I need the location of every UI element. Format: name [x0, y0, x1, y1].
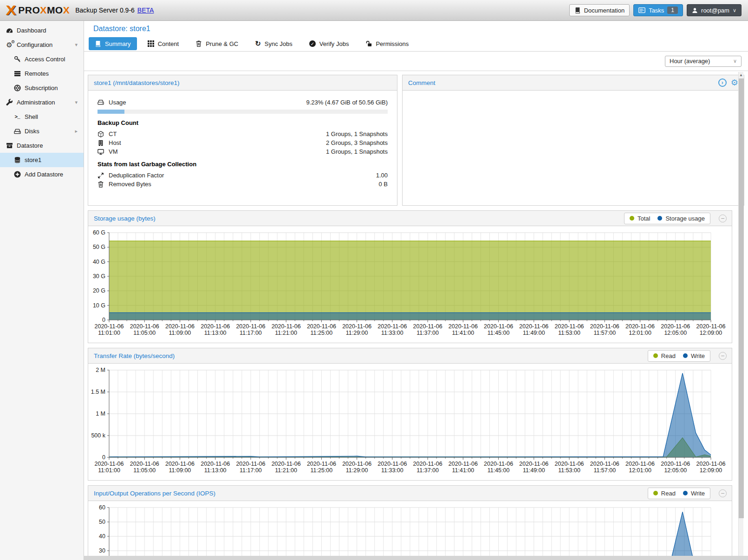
chart-title: Transfer Rate (bytes/second)	[94, 352, 175, 359]
svg-text:11:29:00: 11:29:00	[346, 330, 368, 336]
beta-link[interactable]: BETA	[137, 7, 154, 14]
sidebar-item-subscription[interactable]: Subscription	[0, 81, 84, 95]
chevron-down-icon: ∨	[733, 58, 737, 64]
product-name: Backup Server 0.9-6	[75, 7, 135, 14]
legend-item[interactable]: Write	[683, 490, 705, 497]
storage-usage-chart-panel: Storage usage (bytes) Total Storage usag…	[88, 210, 732, 343]
legend-item[interactable]: Storage usage	[657, 215, 705, 222]
row-label: CT	[109, 130, 117, 137]
legend-item[interactable]: Read	[653, 490, 676, 497]
sidebar-item-store1[interactable]: store1	[0, 153, 84, 167]
dashboard-icon	[5, 27, 14, 34]
legend-dot	[683, 491, 688, 495]
sidebar-item-label: Shell	[25, 113, 38, 120]
svg-text:11:17:00: 11:17:00	[240, 330, 262, 336]
chevron-down-icon[interactable]: ▾	[75, 99, 78, 105]
svg-text:2020-11-06: 2020-11-06	[201, 461, 230, 467]
brand-text: PROXMOX	[18, 5, 70, 16]
task-list-icon	[638, 7, 645, 13]
tasks-button[interactable]: Tasks 1	[633, 4, 683, 16]
svg-text:11:01:00: 11:01:00	[98, 330, 120, 336]
svg-text:2020-11-06: 2020-11-06	[342, 461, 371, 467]
svg-text:2020-11-06: 2020-11-06	[377, 323, 407, 330]
svg-text:2020-11-06: 2020-11-06	[484, 461, 513, 467]
svg-text:10 G: 10 G	[93, 302, 105, 309]
sidebar-item-disks[interactable]: Disks ▸	[0, 124, 84, 138]
svg-text:11:41:00: 11:41:00	[452, 467, 474, 474]
collapse-panel-icon[interactable]: –	[719, 352, 727, 360]
horizontal-scrollbar-track[interactable]	[84, 556, 748, 560]
sidebar-item-configuration[interactable]: ⚙⚙ Configuration ▾	[0, 38, 84, 52]
svg-text:30 G: 30 G	[93, 273, 105, 280]
collapse-panel-icon[interactable]: –	[719, 489, 727, 497]
sidebar-item-add-datastore[interactable]: Add Datastore	[0, 167, 84, 182]
sidebar-item-dashboard[interactable]: Dashboard	[0, 23, 84, 38]
sidebar-item-label: Disks	[25, 128, 39, 135]
sidebar-item-remotes[interactable]: Remotes	[0, 66, 84, 81]
iops-chart-panel: Input/Output Operations per Second (IOPS…	[88, 485, 732, 560]
tab-label: Content	[158, 40, 179, 47]
row-label: VM	[109, 148, 118, 155]
page-title: Datastore: store1	[93, 25, 150, 33]
chevron-right-icon[interactable]: ▸	[75, 128, 78, 134]
legend-item[interactable]: Read	[653, 352, 676, 359]
svg-text:0: 0	[102, 317, 105, 323]
svg-text:2020-11-06: 2020-11-06	[484, 323, 513, 330]
book-icon	[95, 40, 101, 47]
svg-text:0: 0	[102, 454, 105, 461]
svg-text:11:09:00: 11:09:00	[169, 330, 191, 336]
legend-item[interactable]: Total	[630, 215, 650, 222]
svg-text:11:01:00: 11:01:00	[98, 467, 120, 474]
scrollbar-thumb[interactable]	[739, 78, 744, 518]
svg-text:2020-11-06: 2020-11-06	[342, 323, 371, 330]
proxmox-x-icon: X	[6, 4, 16, 17]
svg-text:11:49:00: 11:49:00	[523, 330, 545, 336]
row-value: 1 Groups, 1 Snapshots	[326, 148, 388, 155]
book-icon	[574, 7, 581, 13]
chevron-circle-icon[interactable]: ›	[718, 78, 727, 87]
svg-text:50: 50	[99, 519, 105, 525]
tab-content[interactable]: Content	[142, 37, 185, 50]
row-value: 1.00	[376, 172, 388, 179]
tab-verify-jobs[interactable]: ✓ Verify Jobs	[303, 37, 355, 50]
svg-text:11:53:00: 11:53:00	[558, 330, 580, 336]
chevron-down-icon[interactable]: ▾	[75, 42, 78, 48]
tab-summary[interactable]: Summary	[89, 37, 137, 50]
svg-text:2020-11-06: 2020-11-06	[661, 323, 690, 330]
scroll-up-icon[interactable]: ▲	[739, 72, 743, 78]
sidebar-item-access-control[interactable]: Access Control	[0, 52, 84, 66]
comment-panel: Comment › ⚙	[402, 75, 744, 206]
tasks-label: Tasks	[649, 7, 664, 14]
wrench-icon	[5, 99, 14, 106]
svg-text:2020-11-06: 2020-11-06	[201, 323, 230, 330]
svg-text:2020-11-06: 2020-11-06	[236, 461, 265, 467]
vertical-scrollbar[interactable]: ▲	[738, 72, 743, 560]
timeframe-select[interactable]: Hour (average) ∨	[665, 56, 741, 67]
tab-permissions[interactable]: Permissions	[359, 37, 415, 50]
sidebar-item-label: Subscription	[25, 85, 58, 91]
archive-box-icon	[5, 142, 14, 149]
documentation-label: Documentation	[584, 7, 624, 14]
sidebar-item-shell[interactable]: >_ Shell	[0, 110, 84, 124]
tab-prune-gc[interactable]: Prune & GC	[189, 37, 244, 50]
life-ring-icon	[13, 85, 22, 91]
user-menu-button[interactable]: root@pam ∨	[687, 4, 741, 16]
comment-text[interactable]	[403, 91, 744, 100]
svg-text:11:41:00: 11:41:00	[452, 330, 474, 336]
sidebar-item-label: Configuration	[17, 41, 52, 48]
legend-item[interactable]: Write	[683, 352, 705, 359]
svg-text:60 G: 60 G	[93, 229, 105, 236]
hdd-icon	[98, 99, 109, 105]
gears-icon: ⚙⚙	[5, 41, 14, 49]
tab-sync-jobs[interactable]: ↻ Sync Jobs	[249, 37, 299, 50]
tab-label: Prune & GC	[206, 40, 238, 47]
svg-text:500 k: 500 k	[91, 432, 105, 439]
database-icon	[13, 156, 22, 163]
gear-icon[interactable]: ⚙	[731, 78, 738, 88]
collapse-panel-icon[interactable]: –	[719, 215, 727, 222]
legend-dot	[657, 216, 662, 221]
sidebar-item-administration[interactable]: Administration ▾	[0, 95, 84, 110]
svg-text:2020-11-06: 2020-11-06	[413, 461, 442, 467]
sidebar-item-datastore[interactable]: Datastore	[0, 138, 84, 153]
documentation-button[interactable]: Documentation	[569, 4, 630, 16]
